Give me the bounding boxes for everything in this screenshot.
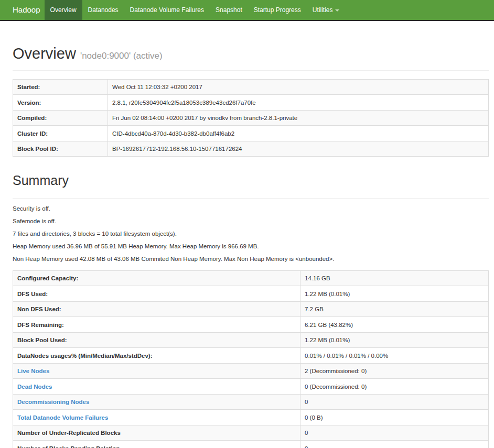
nav-item-label: Snapshot <box>216 6 242 14</box>
row-value: 1.22 MB (0.01%) <box>300 332 489 348</box>
brand-hadoop[interactable]: Hadoop <box>0 0 40 20</box>
row-value: 0 (Decommissioned: 0) <box>300 379 489 395</box>
row-label: Cluster ID: <box>13 126 108 141</box>
table-row: Total Datanode Volume Failures0 (0 B) <box>13 410 489 425</box>
chevron-down-icon <box>335 9 339 12</box>
navbar-menu: OverviewDatanodesDatanode Volume Failure… <box>45 0 346 20</box>
link-total-datanode-volume-failures[interactable]: Total Datanode Volume Failures <box>17 414 108 421</box>
table-row: Version:2.8.1, r20fe5304904fc2f5a18053c3… <box>13 95 489 111</box>
summary-paragraph: Security is off. <box>13 204 489 214</box>
table-row: DataNodes usages% (Min/Median/Max/stdDev… <box>13 348 489 364</box>
row-value: 0 <box>300 441 489 448</box>
row-value: BP-1692617712-192.168.56.10-150771617262… <box>108 141 489 157</box>
summary-paragraph: Non Heap Memory used 42.08 MB of 43.06 M… <box>13 254 489 264</box>
table-row: DFS Remaining:6.21 GB (43.82%) <box>13 317 489 333</box>
table-row: Cluster ID:CID-4dbcd40a-870d-4d30-b382-d… <box>13 126 489 141</box>
row-label: DataNodes usages% (Min/Median/Max/stdDev… <box>13 348 300 364</box>
row-label: Non DFS Used: <box>13 301 300 317</box>
cluster-info-table: Started:Wed Oct 11 12:03:32 +0200 2017Ve… <box>13 79 489 157</box>
row-label: DFS Used: <box>13 286 300 302</box>
nav-item-label: Startup Progress <box>254 6 301 14</box>
row-label: Started: <box>13 79 108 95</box>
table-row: Started:Wed Oct 11 12:03:32 +0200 2017 <box>13 79 489 95</box>
row-value: 14.16 GB <box>300 270 489 286</box>
row-label: Block Pool Used: <box>13 332 300 348</box>
summary-paragraph: Heap Memory used 36.96 MB of 55.91 MB He… <box>13 242 489 252</box>
table-row: Number of Blocks Pending Deletion0 <box>13 441 489 448</box>
table-row: DFS Used:1.22 MB (0.01%) <box>13 286 489 302</box>
row-value: 2.8.1, r20fe5304904fc2f5a18053c389e43cd2… <box>108 95 489 111</box>
row-value: 1.22 MB (0.01%) <box>300 286 489 302</box>
nav-item-startup-progress[interactable]: Startup Progress <box>248 0 307 20</box>
row-value: 2 (Decommissioned: 0) <box>300 363 489 379</box>
summary-stats-table: Configured Capacity:14.16 GBDFS Used:1.2… <box>13 270 489 448</box>
link-decommissioning-nodes[interactable]: Decommissioning Nodes <box>17 399 89 405</box>
row-value: Fri Jun 02 08:14:00 +0200 2017 by vinodk… <box>108 110 489 126</box>
summary-paragraph: Safemode is off. <box>13 216 489 226</box>
page-subtitle: 'node0:9000' (active) <box>80 51 163 61</box>
row-label: Version: <box>13 95 108 111</box>
table-row: Non DFS Used:7.2 GB <box>13 301 489 317</box>
row-label: Configured Capacity: <box>13 270 300 286</box>
navbar: Hadoop OverviewDatanodesDatanode Volume … <box>0 0 494 21</box>
row-label: Total Datanode Volume Failures <box>13 410 300 425</box>
overview-header: Overview 'node0:9000' (active) <box>13 46 489 71</box>
row-label: DFS Remaining: <box>13 317 300 333</box>
row-value: CID-4dbcd40a-870d-4d30-b382-db0aff4f6ab2 <box>108 126 489 141</box>
table-row: Live Nodes2 (Decommissioned: 0) <box>13 363 489 379</box>
table-row: Block Pool Used:1.22 MB (0.01%) <box>13 332 489 348</box>
row-label: Number of Blocks Pending Deletion <box>13 441 300 448</box>
nav-item-label: Datanodes <box>88 6 119 14</box>
row-value: 0 (0 B) <box>300 410 489 425</box>
row-value: 6.21 GB (43.82%) <box>300 317 489 333</box>
link-live-nodes[interactable]: Live Nodes <box>17 368 49 374</box>
main-content: Overview 'node0:9000' (active) Started:W… <box>13 46 489 448</box>
row-value: Wed Oct 11 12:03:32 +0200 2017 <box>108 79 489 95</box>
nav-item-utilities[interactable]: Utilities <box>307 0 346 20</box>
row-label: Block Pool ID: <box>13 141 108 157</box>
row-label: Compiled: <box>13 110 108 126</box>
summary-paragraph: 7 files and directories, 3 blocks = 10 t… <box>13 229 489 239</box>
row-label: Dead Nodes <box>13 379 300 395</box>
table-row: Block Pool ID:BP-1692617712-192.168.56.1… <box>13 141 489 157</box>
table-row: Number of Under-Replicated Blocks0 <box>13 425 489 441</box>
nav-item-label: Overview <box>50 6 77 14</box>
row-value: 7.2 GB <box>300 301 489 317</box>
row-label: Live Nodes <box>13 363 300 379</box>
link-dead-nodes[interactable]: Dead Nodes <box>17 384 52 390</box>
nav-item-datanodes[interactable]: Datanodes <box>82 0 124 20</box>
table-row: Compiled:Fri Jun 02 08:14:00 +0200 2017 … <box>13 110 489 126</box>
row-value: 0 <box>300 394 489 410</box>
summary-paragraphs: Security is off.Safemode is off.7 files … <box>13 199 489 264</box>
row-value: 0.01% / 0.01% / 0.01% / 0.00% <box>300 348 489 364</box>
row-label: Number of Under-Replicated Blocks <box>13 425 300 441</box>
page-title-text: Overview <box>13 45 76 62</box>
nav-item-snapshot[interactable]: Snapshot <box>210 0 248 20</box>
table-row: Configured Capacity:14.16 GB <box>13 270 489 286</box>
page-title: Overview 'node0:9000' (active) <box>13 46 489 62</box>
row-label: Decommissioning Nodes <box>13 394 300 410</box>
table-row: Dead Nodes0 (Decommissioned: 0) <box>13 379 489 395</box>
nav-item-datanode-volume-failures[interactable]: Datanode Volume Failures <box>124 0 210 20</box>
summary-header: Summary <box>13 173 489 199</box>
nav-item-label: Utilities <box>313 6 333 14</box>
nav-item-label: Datanode Volume Failures <box>130 6 204 14</box>
summary-title: Summary <box>13 173 489 188</box>
nav-item-overview[interactable]: Overview <box>45 0 82 20</box>
row-value: 0 <box>300 425 489 441</box>
table-row: Decommissioning Nodes0 <box>13 394 489 410</box>
